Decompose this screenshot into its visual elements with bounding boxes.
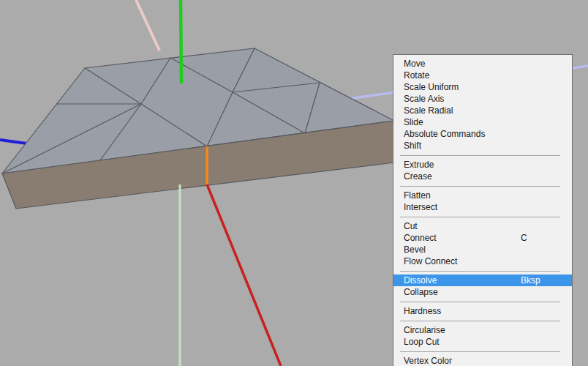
menu-item-label: Rotate (404, 70, 429, 81)
menu-item-loop-cut[interactable]: Loop Cut (393, 336, 572, 348)
context-menu: Move Rotate Scale Uniform Scale Axis Sca… (393, 54, 573, 366)
menu-item-label: Scale Axis (404, 94, 444, 104)
menu-item-label: Dissolve (404, 275, 437, 285)
menu-item-rotate[interactable]: Rotate (393, 70, 572, 81)
menu-separator (400, 351, 560, 352)
menu-separator (400, 217, 560, 217)
menu-item-scale-axis[interactable]: Scale Axis (393, 93, 572, 105)
menu-item-collapse[interactable]: Collapse (393, 286, 572, 298)
menu-item-label: Loop Cut (404, 337, 440, 347)
menu-item-slide[interactable]: Slide (393, 116, 572, 128)
menu-item-shift[interactable]: Shift (393, 140, 572, 152)
menu-item-label: Move (404, 59, 425, 69)
menu-item-label: Cut (404, 221, 418, 231)
menu-item-intersect[interactable]: Intersect (393, 201, 572, 213)
menu-item-label: Intersect (404, 202, 437, 212)
menu-item-label: Bevel (404, 244, 426, 255)
menu-item-extrude[interactable]: Extrude (393, 159, 572, 171)
axis-green-line (181, 0, 181, 83)
menu-separator (400, 271, 560, 272)
menu-item-connect[interactable]: Connect C (393, 232, 572, 244)
menu-item-bevel[interactable]: Bevel (393, 244, 572, 255)
menu-item-label: Vertex Color (404, 356, 452, 366)
menu-separator (400, 321, 560, 321)
menu-item-label: Collapse (404, 287, 438, 297)
menu-item-cut[interactable]: Cut (393, 220, 572, 232)
menu-item-label: Slide (404, 117, 423, 127)
menu-item-label: Flow Connect (404, 256, 457, 266)
menu-item-label: Hardness (404, 306, 441, 316)
menu-item-scale-radial[interactable]: Scale Radial (393, 105, 572, 116)
menu-item-dissolve[interactable]: Dissolve Bksp (393, 274, 572, 286)
menu-item-label: Shift (404, 141, 421, 151)
wings3d-viewport-screenshot: { "scene": { "background_color": "#ababa… (0, 0, 588, 366)
menu-separator (400, 186, 560, 187)
menu-item-absolute-commands[interactable]: Absolute Commands (393, 128, 572, 140)
menu-item-crease[interactable]: Crease (393, 171, 572, 182)
menu-item-flatten[interactable]: Flatten (393, 190, 572, 201)
menu-item-circularise[interactable]: Circularise (393, 324, 572, 336)
menu-item-vertex-color[interactable]: Vertex Color (393, 355, 572, 366)
menu-item-shortcut: C (521, 232, 527, 244)
menu-item-shortcut: Bksp (521, 274, 540, 286)
menu-separator (400, 155, 560, 156)
menu-item-label: Circularise (404, 325, 445, 335)
menu-item-label: Scale Radial (404, 105, 453, 116)
menu-item-move[interactable]: Move (393, 58, 572, 70)
menu-item-label: Scale Uniform (404, 82, 459, 92)
menu-item-scale-uniform[interactable]: Scale Uniform (393, 81, 572, 93)
menu-item-label: Crease (404, 171, 432, 182)
menu-item-hardness[interactable]: Hardness (393, 305, 572, 317)
menu-item-flow-connect[interactable]: Flow Connect (393, 255, 572, 267)
menu-item-label: Connect (404, 233, 437, 243)
menu-item-label: Flatten (404, 190, 431, 201)
menu-item-label: Extrude (404, 160, 434, 170)
menu-separator (400, 302, 560, 302)
menu-item-label: Absolute Commands (404, 129, 485, 139)
